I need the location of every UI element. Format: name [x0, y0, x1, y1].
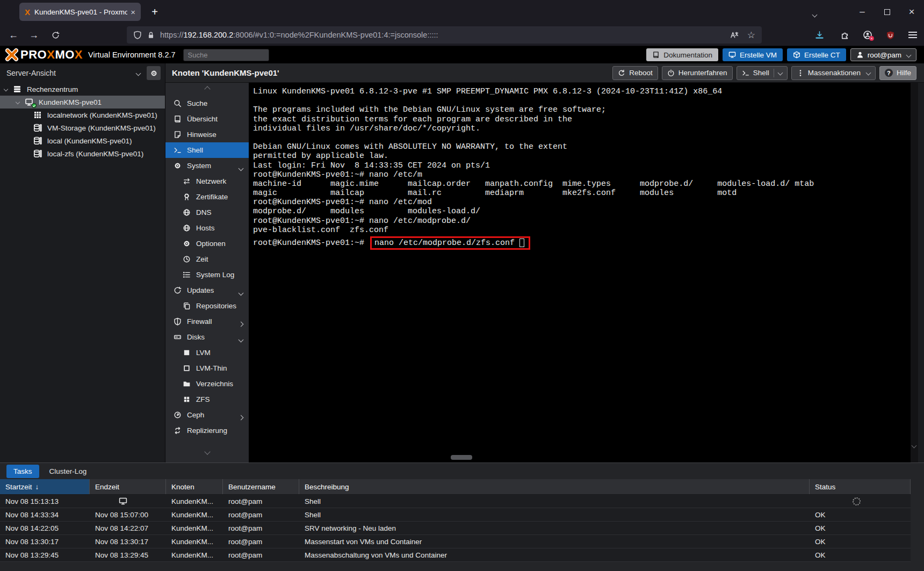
menu-item[interactable]: ZFS: [165, 392, 249, 407]
tree-settings-gear-button[interactable]: [147, 66, 161, 80]
menu-item-label: Disks: [187, 333, 205, 341]
menu-item[interactable]: Disks: [165, 329, 249, 345]
global-search-input[interactable]: [183, 49, 269, 61]
terminal-prompt: root@KundenKMS-pve01:~#: [253, 238, 369, 248]
loading-spinner-icon: [853, 497, 861, 505]
tab-cluster-log[interactable]: Cluster-Log: [42, 465, 94, 478]
cell-endzeit: Nov 08 15:07:00: [90, 508, 166, 521]
tree-item-icon: [33, 149, 43, 158]
menu-item[interactable]: System Log: [165, 267, 249, 283]
column-header-knoten[interactable]: Knoten: [166, 479, 223, 494]
bookmark-star-icon[interactable]: ☆: [747, 30, 755, 41]
forward-button[interactable]: →: [25, 24, 43, 46]
shutdown-button[interactable]: Herunterfahren: [662, 66, 733, 80]
tree-item[interactable]: local-zfs (KundenKMS-pve01): [0, 147, 165, 160]
menu-item[interactable]: Hinweise: [165, 127, 249, 142]
table-row[interactable]: Nov 08 13:29:45 Nov 08 13:29:45 KundenKM…: [0, 548, 911, 562]
help-button[interactable]: ?Hilfe: [879, 66, 916, 80]
documentation-button[interactable]: Dokumentation: [646, 48, 718, 61]
column-header-endzeit[interactable]: Endzeit: [90, 479, 166, 494]
lock-icon[interactable]: [147, 31, 155, 39]
new-tab-button[interactable]: +: [147, 4, 162, 19]
cell-startzeit: Nov 08 15:13:13: [0, 495, 90, 508]
menu-item[interactable]: Replizierung: [165, 423, 249, 438]
table-row[interactable]: Nov 08 14:33:34 Nov 08 15:07:00 KundenKM…: [0, 508, 911, 522]
menu-item-label: LVM-Thin: [196, 364, 227, 372]
menu-item[interactable]: Shell: [165, 142, 249, 158]
tree-item[interactable]: KundenKMS-pve01: [0, 96, 165, 109]
window-minimize-button[interactable]: –: [853, 0, 871, 24]
tree-item[interactable]: local (KundenKMS-pve01): [0, 134, 165, 147]
tree-item-icon: [25, 98, 34, 106]
tab-list-chevron-icon[interactable]: [813, 9, 817, 19]
user-menu-button[interactable]: root@pam: [850, 48, 916, 61]
menu-item[interactable]: Firewall: [165, 314, 249, 329]
view-selector[interactable]: Server-Ansicht: [0, 63, 165, 83]
terminal-scrollbar[interactable]: [911, 83, 918, 462]
account-profile-icon[interactable]: ×: [858, 24, 877, 46]
tab-tasks[interactable]: Tasks: [6, 465, 39, 478]
menu-item[interactable]: Hosts: [165, 220, 249, 236]
window-close-button[interactable]: ×: [903, 0, 921, 24]
column-header-benutzername[interactable]: Benutzername: [223, 479, 299, 494]
ublock-shield-icon[interactable]: [881, 24, 899, 46]
tracking-shield-icon[interactable]: [133, 31, 142, 39]
url-bar[interactable]: https://192.168.200.2:8006/#v1:0:=node%2…: [127, 26, 762, 44]
window-maximize-button[interactable]: [878, 0, 896, 24]
menu-item-icon: [173, 427, 182, 435]
menu-item-label: Suche: [187, 99, 207, 107]
extensions-puzzle-icon[interactable]: [836, 24, 854, 46]
tree-item-icon: [13, 85, 23, 93]
shell-button[interactable]: Shell: [737, 66, 788, 80]
browser-tab[interactable]: X KundenKMS-pve01 - Proxmox ×: [19, 3, 141, 21]
create-vm-button[interactable]: Erstelle VM: [723, 48, 783, 61]
tree-item-icon: [33, 111, 43, 119]
menu-item[interactable]: Netzwerk: [165, 174, 249, 189]
menu-item[interactable]: Suche: [165, 96, 249, 111]
menu-item-label: Shell: [187, 146, 203, 154]
tree-item[interactable]: VM-Storage (KundenKMS-pve01): [0, 121, 165, 134]
horizontal-scrollbar-thumb[interactable]: [451, 455, 472, 460]
reload-button[interactable]: [46, 24, 64, 46]
tree-item[interactable]: Rechenzentrum: [0, 83, 165, 96]
column-header-beschreibung[interactable]: Beschreibung: [299, 479, 810, 494]
menu-scroll-up-icon[interactable]: [165, 83, 249, 96]
downloads-icon[interactable]: [810, 24, 828, 46]
shell-terminal[interactable]: Linux KundenKMS-pve01 6.8.12-3-pve #1 SM…: [249, 83, 911, 462]
menu-item[interactable]: LVM-Thin: [165, 360, 249, 376]
menu-item-label: Übersicht: [187, 115, 218, 123]
expand-caret-icon[interactable]: [4, 88, 13, 91]
menu-item-label: Verzeichnis: [196, 380, 233, 388]
menu-item[interactable]: Verzeichnis: [165, 376, 249, 392]
menu-item[interactable]: DNS: [165, 205, 249, 220]
tree-item[interactable]: localnetwork (KundenKMS-pve01): [0, 109, 165, 121]
menu-item[interactable]: Updates: [165, 283, 249, 298]
table-row[interactable]: Nov 08 13:30:17 Nov 08 13:30:17 KundenKM…: [0, 535, 911, 548]
back-button[interactable]: ←: [4, 24, 23, 46]
menu-item[interactable]: Optionen: [165, 236, 249, 251]
tab-close-icon[interactable]: ×: [131, 8, 135, 17]
table-row[interactable]: Nov 08 15:13:13 KundenKM... root@pam She…: [0, 495, 911, 508]
reboot-button[interactable]: Reboot: [612, 66, 658, 80]
cell-benutzername: root@pam: [223, 535, 299, 548]
menu-item[interactable]: Übersicht: [165, 111, 249, 127]
translate-icon[interactable]: [730, 31, 739, 39]
menu-item-label: Netzwerk: [196, 177, 226, 185]
bulk-actions-button[interactable]: Massenaktionen: [791, 66, 876, 80]
table-row[interactable]: Nov 08 14:22:05 Nov 08 14:22:07 KundenKM…: [0, 522, 911, 535]
column-header-status[interactable]: Status: [810, 479, 911, 494]
cell-endzeit: Nov 08 13:29:45: [90, 548, 166, 561]
question-icon: ?: [885, 69, 893, 77]
menu-hamburger-icon[interactable]: [904, 24, 922, 46]
menu-scroll-down-icon[interactable]: [165, 445, 249, 458]
create-ct-button[interactable]: Erstelle CT: [787, 48, 846, 61]
menu-item[interactable]: Zeit: [165, 251, 249, 267]
tasks-tabs: Tasks Cluster-Log: [0, 463, 924, 479]
menu-item[interactable]: Repositories: [165, 298, 249, 314]
column-header-startzeit[interactable]: Startzeit↓: [0, 479, 90, 494]
menu-item[interactable]: System: [165, 158, 249, 174]
expand-caret-icon[interactable]: [16, 100, 25, 104]
menu-item[interactable]: Ceph: [165, 407, 249, 423]
menu-item[interactable]: Zertifikate: [165, 189, 249, 205]
menu-item[interactable]: LVM: [165, 345, 249, 360]
